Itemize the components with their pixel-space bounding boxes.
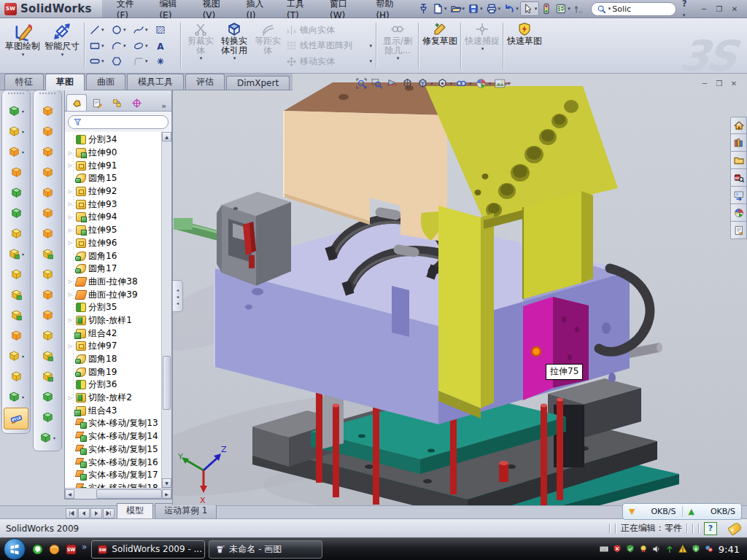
delete-face-button[interactable] — [34, 305, 61, 325]
dropdown-caret-icon[interactable]: ▾ — [61, 52, 64, 58]
taskbar-button-SolidWorks 2009 - ...[interactable]: SWSolidWorks 2009 - ... — [91, 540, 205, 559]
scale-button[interactable] — [34, 346, 61, 366]
expander-icon[interactable]: ▷ — [67, 150, 74, 156]
last-tab-button[interactable] — [103, 508, 115, 518]
tree-item-曲面-拉伸39[interactable]: ▷曲面-拉伸39 — [65, 288, 162, 301]
tree-vertical-scrollbar[interactable]: ▲ ▼ — [161, 132, 171, 488]
dropdown-caret-icon[interactable]: ▾ — [516, 6, 519, 12]
manager-tab-propertymanager[interactable] — [88, 95, 107, 111]
tree-item-实体-移动/复制13[interactable]: 实体-移动/复制13 — [65, 417, 162, 430]
dropdown-caret-icon[interactable]: ▾ — [101, 27, 104, 33]
edit-appearance-button[interactable]: ▾ — [475, 77, 492, 90]
task-pane-custom-properties-button[interactable] — [730, 222, 747, 239]
expander-icon[interactable]: ▷ — [67, 201, 74, 207]
tray-speaker[interactable] — [651, 544, 662, 554]
draft-button[interactable] — [2, 203, 30, 223]
help-button[interactable]: ?▾ — [682, 0, 690, 19]
scroll-thumb[interactable] — [163, 356, 171, 410]
manager-tab-overflow[interactable]: » — [158, 101, 170, 111]
dropdown-caret-icon[interactable]: ▾ — [444, 6, 447, 12]
shut-off-surface-button[interactable] — [34, 182, 61, 203]
tree-item-拉伸93[interactable]: ▷拉伸93 — [65, 198, 162, 211]
curve-tool-button[interactable]: ▾ — [2, 386, 30, 407]
extruded-cut-button[interactable]: ▾ — [2, 121, 30, 141]
zoom-area-button[interactable] — [371, 77, 383, 90]
slot-button[interactable]: ▾ — [89, 55, 111, 67]
草图绘制-button[interactable]: 草图绘制▾ — [3, 20, 42, 71]
elbow-surface-button[interactable] — [34, 284, 61, 305]
expander-icon[interactable]: ▷ — [67, 317, 74, 323]
select-cursor-button[interactable]: ▾ — [520, 1, 540, 16]
text-scale-button[interactable] — [572, 2, 587, 15]
tree-item-分割34[interactable]: 分割34 — [65, 133, 162, 147]
tree-item-圆角18[interactable]: 圆角18 — [65, 353, 162, 366]
circle-button[interactable]: ▾ — [111, 24, 133, 36]
first-tab-button[interactable] — [66, 508, 77, 518]
tree-item-组合42[interactable]: 组合42 — [65, 327, 162, 340]
expander-icon[interactable]: ▷ — [67, 343, 74, 349]
undercut-analysis-button[interactable] — [34, 141, 61, 162]
quick-launch-sphere[interactable] — [48, 543, 61, 556]
hide-show-items-button[interactable]: ▾ — [455, 77, 472, 90]
tree-item-圆角15[interactable]: 圆角15 — [65, 172, 162, 185]
tree-item-拉伸94[interactable]: ▷拉伸94 — [65, 211, 162, 224]
print-button[interactable]: ▾ — [484, 2, 503, 15]
doc-tab-运动算例 1[interactable]: 运动算例 1 — [155, 503, 217, 518]
polygon-button[interactable] — [111, 55, 133, 67]
dropdown-caret-icon[interactable]: ▾ — [450, 81, 453, 87]
linear-pattern-button[interactable]: ▾ — [2, 244, 30, 264]
dropdown-caret-icon[interactable]: ▾ — [22, 109, 24, 114]
hole-wizard-button[interactable] — [2, 223, 30, 244]
traffic-light-button[interactable] — [539, 2, 554, 15]
dropdown-caret-icon[interactable]: ▾ — [53, 435, 55, 440]
tree-item-拉伸96[interactable]: ▷拉伸96 — [65, 237, 162, 250]
taskbar-button-未命名 - 画图[interactable]: 未命名 - 画图 — [209, 540, 322, 559]
tree-item-实体-移动/复制17[interactable]: 实体-移动/复制17 — [65, 469, 162, 482]
flex-button[interactable] — [2, 162, 30, 182]
dropdown-caret-icon[interactable]: ▾ — [369, 43, 372, 49]
undo-button[interactable]: ▾ — [502, 2, 520, 15]
tab-DimXpert[interactable]: DimXpert — [226, 76, 290, 90]
tree-item-拉伸91[interactable]: ▷拉伸91 — [65, 159, 162, 172]
tray-upload[interactable] — [665, 544, 675, 554]
toolbar-grip[interactable] — [39, 93, 55, 99]
manager-tab-configurationmanager[interactable] — [107, 95, 126, 111]
extruded-boss-button[interactable]: ▾ — [2, 101, 30, 121]
tree-item-圆角17[interactable]: 圆角17 — [65, 262, 162, 276]
tray-keyboard[interactable] — [599, 544, 609, 554]
task-pane-view-palette-button[interactable] — [730, 187, 747, 204]
next-tab-button[interactable] — [90, 508, 102, 518]
minimize-button[interactable]: ─ — [697, 4, 711, 15]
tray-shield-green[interactable] — [625, 544, 635, 554]
cavity-button[interactable] — [34, 325, 61, 346]
parting-surface-button[interactable] — [34, 203, 61, 223]
core-button[interactable] — [34, 264, 61, 284]
dropdown-caret-icon[interactable]: ▾ — [101, 58, 104, 64]
tab-评估[interactable]: 评估 — [185, 74, 225, 90]
arc-button[interactable]: ▾ — [111, 40, 133, 52]
tree-item-实体-移动/复制18[interactable]: 实体-移动/复制18 — [65, 482, 162, 488]
draft-analysis-button[interactable] — [34, 121, 61, 141]
view-settings-button[interactable]: ▾ — [436, 77, 453, 90]
close-button[interactable]: ✕ — [728, 4, 741, 15]
tree-filter-input[interactable] — [68, 115, 169, 129]
network-speed-widget[interactable]: ▼ OKB/S ▲ OKB/S — [622, 503, 742, 520]
dropdown-caret-icon[interactable]: ▾ — [145, 27, 148, 33]
exploded-mold-assembly-model[interactable]: Y Z X — [173, 74, 747, 505]
move-copy-body-button[interactable] — [2, 325, 30, 346]
tab-草图[interactable]: 草图 — [45, 74, 85, 90]
fillet-button[interactable]: ▾ — [2, 141, 30, 162]
quick-tips-icon[interactable]: ? — [704, 522, 717, 535]
dropdown-caret-icon[interactable]: ▾ — [145, 43, 148, 49]
graphics-viewport[interactable]: Y Z X ▾▾▾▾▾ ─ ❒ ✕ SW ◂◂◂ 拉伸75 — [172, 74, 747, 505]
快速草图-button[interactable]: 快速草图 — [506, 20, 543, 71]
dropdown-caret-icon[interactable]: ▾ — [369, 58, 372, 64]
tab-特征[interactable]: 特征 — [4, 74, 44, 90]
tree-item-实体-移动/复制16[interactable]: 实体-移动/复制16 — [65, 456, 162, 469]
dropdown-caret-icon[interactable]: ▾ — [430, 81, 433, 87]
quick-launch-overflow[interactable]: » — [82, 542, 87, 552]
ellipse-button[interactable]: ▾ — [133, 40, 155, 52]
measure-button[interactable] — [4, 408, 28, 429]
dropdown-caret-icon[interactable]: ▾ — [22, 394, 24, 400]
tray-shield-red[interactable] — [612, 544, 622, 554]
